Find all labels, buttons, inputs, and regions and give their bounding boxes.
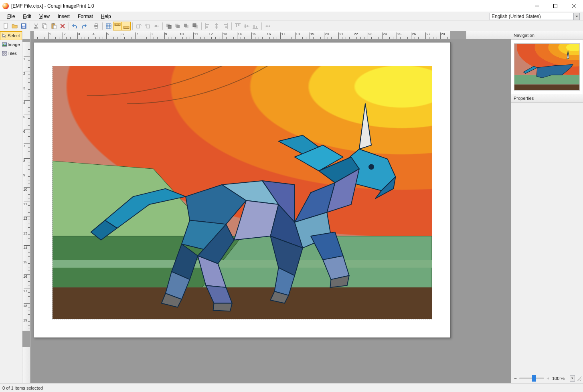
paste-button[interactable]	[49, 22, 58, 30]
toolbar-sep	[162, 22, 163, 30]
svg-rect-34	[238, 24, 239, 26]
open-button[interactable]	[10, 22, 19, 30]
svg-rect-50	[53, 287, 432, 319]
maximize-button[interactable]	[546, 0, 565, 12]
minimize-button[interactable]	[528, 0, 546, 12]
zoom-slider[interactable]	[519, 378, 544, 379]
align-top-button[interactable]	[233, 22, 242, 30]
select-tool-label: Select	[8, 33, 20, 38]
align-center-h-button[interactable]	[212, 22, 221, 30]
canvas-area: 1234567891011121314151617181920212223242…	[22, 31, 511, 383]
align-center-v-button[interactable]	[242, 22, 251, 30]
svg-rect-38	[256, 26, 257, 28]
select-tool-tab[interactable]: Select	[0, 31, 22, 40]
snap-ruler-button[interactable]	[113, 22, 122, 30]
properties-body	[511, 103, 583, 373]
svg-rect-27	[206, 24, 209, 25]
svg-rect-18	[147, 25, 150, 28]
bring-forward-button[interactable]	[173, 22, 182, 30]
resize-grip[interactable]	[577, 376, 581, 381]
svg-rect-22	[176, 25, 180, 28]
toolbar-sep	[132, 22, 133, 30]
image-tool-tab[interactable]: Image	[0, 40, 22, 49]
svg-rect-36	[247, 25, 248, 27]
artwork-image	[53, 66, 432, 319]
svg-rect-35	[245, 24, 246, 28]
align-right-button[interactable]	[221, 22, 230, 30]
distribute-button[interactable]	[263, 22, 272, 30]
svg-rect-28	[206, 26, 208, 28]
svg-rect-4	[22, 26, 25, 28]
svg-rect-17	[137, 25, 140, 28]
rotate-left-button[interactable]	[134, 22, 143, 30]
navigation-thumbnail[interactable]	[511, 40, 583, 94]
svg-rect-31	[224, 24, 227, 25]
svg-rect-44	[2, 51, 4, 53]
bring-front-button[interactable]	[164, 22, 173, 30]
svg-point-39	[266, 25, 267, 26]
language-label: English (United States)	[492, 14, 541, 19]
grid-button[interactable]	[104, 22, 113, 30]
language-dropdown-button[interactable]	[573, 13, 580, 20]
redo-button[interactable]	[79, 22, 88, 30]
svg-rect-10	[53, 23, 54, 24]
selected-image[interactable]	[52, 66, 432, 319]
navigation-panel-header[interactable]: Navigation	[511, 31, 583, 40]
status-bar: 0 of 1 items selected	[0, 383, 583, 392]
zoom-label: 100 %	[552, 376, 568, 381]
svg-rect-24	[184, 24, 187, 27]
svg-rect-14	[95, 27, 97, 28]
copy-button[interactable]	[40, 22, 49, 30]
zoom-in-button[interactable]: +	[546, 376, 551, 381]
zoom-dropdown-button[interactable]: ▾	[570, 375, 575, 382]
align-left-button[interactable]	[203, 22, 212, 30]
tool-sidebar: Select Image Tiles	[0, 31, 22, 383]
snap-guide-button[interactable]	[122, 22, 131, 30]
canvas-viewport[interactable]	[30, 39, 511, 383]
svg-rect-8	[44, 25, 47, 29]
save-button[interactable]	[19, 22, 28, 30]
svg-rect-54	[514, 84, 579, 90]
close-button[interactable]	[565, 0, 583, 12]
undo-button[interactable]	[71, 22, 79, 30]
page[interactable]	[34, 42, 451, 338]
svg-point-40	[267, 25, 269, 26]
send-back-button[interactable]	[191, 22, 200, 30]
language-select[interactable]: English (United States)	[490, 13, 574, 20]
svg-rect-47	[5, 54, 6, 55]
horizontal-ruler[interactable]: 1234567891011121314151617181920212223242…	[30, 31, 511, 39]
svg-rect-0	[554, 4, 557, 8]
new-file-button[interactable]	[2, 22, 10, 30]
vertical-ruler[interactable]: 1234567891011121314151617181920	[22, 39, 30, 383]
print-button[interactable]	[92, 22, 101, 30]
svg-point-6	[36, 27, 38, 29]
toolbar-sep	[231, 22, 232, 30]
menu-file[interactable]: File	[3, 12, 19, 21]
properties-panel: Properties	[511, 94, 583, 103]
svg-rect-26	[193, 24, 196, 27]
menu-view[interactable]: View	[35, 12, 54, 21]
send-backward-button[interactable]	[182, 22, 191, 30]
crop-button[interactable]	[152, 22, 161, 30]
menu-insert[interactable]: Insert	[54, 12, 74, 21]
toolbar-sep	[69, 22, 69, 30]
svg-rect-11	[53, 25, 56, 29]
menu-edit[interactable]: Edit	[19, 12, 35, 21]
rotate-right-button[interactable]	[143, 22, 152, 30]
align-bottom-button[interactable]	[251, 22, 260, 30]
svg-rect-30	[216, 26, 218, 28]
menu-format[interactable]: Format	[74, 12, 97, 21]
menu-help[interactable]: Help	[97, 12, 115, 21]
delete-button[interactable]	[58, 22, 67, 30]
zoom-out-button[interactable]: −	[513, 376, 518, 381]
svg-point-41	[269, 25, 270, 26]
toolbar-sep	[90, 22, 90, 30]
svg-point-51	[369, 164, 374, 169]
filename-text: [EMF File.cipx]	[11, 3, 43, 9]
svg-rect-37	[253, 25, 255, 28]
toolbar-sep	[102, 22, 103, 30]
zoom-slider-thumb[interactable]	[532, 375, 536, 382]
cut-button[interactable]	[32, 22, 40, 30]
properties-panel-header[interactable]: Properties	[511, 94, 583, 103]
tiles-tool-tab[interactable]: Tiles	[0, 49, 22, 58]
